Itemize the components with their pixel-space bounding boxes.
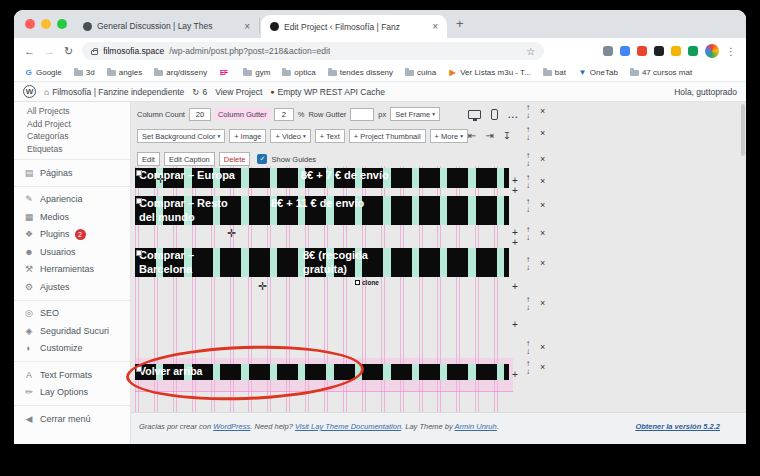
extension-icon[interactable] (688, 46, 698, 56)
edit-caption-button[interactable]: Edit Caption (164, 152, 215, 166)
bookmark-item[interactable]: optica (282, 68, 315, 77)
delete-row-button[interactable]: × (540, 201, 545, 210)
row-select-checkbox[interactable] (136, 198, 142, 204)
author-link[interactable]: Armin Unruh (455, 422, 497, 431)
column-gutter-input[interactable] (274, 108, 294, 121)
bookmark-item[interactable]: bat (543, 68, 566, 77)
add-row-button[interactable]: + (512, 238, 518, 248)
profile-avatar[interactable] (705, 44, 719, 58)
sidebar-item[interactable] (14, 361, 130, 362)
bookmark-item[interactable]: arq/disseny (154, 68, 207, 77)
sidebar-item[interactable] (14, 300, 130, 301)
browser-tab-inactive[interactable]: General Discussion | Lay Thes × (74, 18, 260, 34)
column-count-input[interactable] (189, 108, 211, 121)
row-select-checkbox[interactable] (136, 170, 142, 176)
back-button[interactable]: ← (24, 46, 35, 57)
add-row-button[interactable]: + (512, 370, 518, 380)
add-row-button[interactable]: + (512, 282, 518, 292)
move-row-down-button[interactable]: ↓ (526, 112, 530, 120)
show-guides-checkbox[interactable]: ✓ (257, 154, 267, 164)
bookmark-item[interactable]: tendes disseny (328, 68, 393, 77)
bookmark-item[interactable]: EF (219, 69, 231, 77)
add-video-button[interactable]: + Video▾ (270, 129, 310, 143)
bookmark-item[interactable]: 47 cursos mat (630, 68, 692, 77)
bookmark-star-icon[interactable]: ☆ (526, 46, 535, 57)
extension-icon[interactable] (637, 46, 647, 56)
text-block-buy-barcelona[interactable]: Comprar – Barcelona 8€ (recogida gratuit… (135, 248, 509, 277)
close-window-button[interactable] (25, 19, 35, 29)
tab-close-icon[interactable]: × (432, 21, 438, 32)
mobile-preview-icon[interactable] (491, 109, 498, 120)
delete-button[interactable]: Delete (219, 152, 251, 166)
sidebar-item[interactable]: AText Formats (14, 366, 130, 384)
sidebar-item[interactable]: ◐Customize (14, 340, 130, 358)
view-project-link[interactable]: View Project (215, 87, 262, 97)
bookmark-item[interactable]: cuina (405, 68, 436, 77)
sidebar-item[interactable] (14, 405, 130, 406)
empty-cache-button[interactable]: ●Empty WP REST API Cache (270, 87, 385, 97)
row-gutter-input[interactable] (350, 108, 374, 121)
minimize-window-button[interactable] (41, 19, 51, 29)
move-row-down-button[interactable]: ↓ (526, 304, 530, 312)
delete-row-button[interactable]: × (540, 107, 545, 116)
move-row-down-button[interactable]: ↓ (526, 368, 530, 376)
move-row-down-button[interactable]: ↓ (526, 182, 530, 190)
sidebar-item[interactable] (14, 159, 130, 160)
sidebar-item[interactable]: ◈Seguridad Sucuri (14, 322, 130, 340)
sidebar-item[interactable] (14, 186, 130, 187)
sidebar-item[interactable]: ⚙Ajustes (14, 278, 130, 296)
move-row-down-button[interactable]: ↓ (526, 264, 530, 272)
sidebar-item[interactable]: ☻Usuarios (14, 243, 130, 261)
add-project-thumbnail-button[interactable]: + Project Thumbnail (349, 129, 426, 143)
move-handle-icon[interactable]: ✛ (227, 227, 236, 240)
address-field[interactable]: filmosofia.space/wp-admin/post.php?post=… (82, 42, 544, 60)
set-frame-button[interactable]: Set Frame▾ (390, 107, 440, 121)
move-handle-icon[interactable]: ✛ (156, 173, 165, 186)
extension-icon[interactable] (654, 46, 664, 56)
move-row-down-button[interactable]: ↓ (526, 234, 530, 242)
text-block-buy-world[interactable]: Comprar – Resto del mundo 8€ + 11 € de e… (135, 196, 509, 225)
delete-row-button[interactable]: × (540, 229, 545, 238)
extension-icon[interactable] (603, 46, 613, 56)
add-row-button[interactable]: + (512, 320, 518, 330)
delete-row-button[interactable]: × (540, 129, 545, 138)
bookmark-item[interactable]: GGoogle (24, 68, 62, 77)
move-row-down-button[interactable]: ↓ (526, 348, 530, 356)
move-row-down-button[interactable]: ↓ (526, 134, 530, 142)
delete-row-button[interactable]: × (540, 155, 545, 164)
delete-row-button[interactable]: × (540, 299, 545, 308)
tab-close-icon[interactable]: × (244, 21, 250, 32)
reload-button[interactable]: ↻ (64, 46, 73, 57)
update-version-link[interactable]: Obtener la versión 5.2.2 (635, 422, 720, 431)
sidebar-item[interactable]: Etiquetas (14, 143, 130, 156)
set-background-color-button[interactable]: Set Background Color▾ (137, 129, 225, 143)
delete-row-button[interactable]: × (540, 177, 545, 186)
site-name-link[interactable]: ⌂Filmosofía | Fanzine independiente (44, 87, 184, 97)
updates-badge[interactable]: ↻6 (192, 87, 207, 97)
delete-row-button[interactable]: × (540, 259, 545, 268)
add-image-button[interactable]: + Image (229, 129, 266, 143)
pin-right-icon[interactable]: ⇥ (485, 130, 493, 141)
move-row-down-button[interactable]: ↓ (526, 160, 530, 168)
sidebar-item[interactable]: Add Project (14, 118, 130, 131)
bookmark-item[interactable]: gym (243, 68, 270, 77)
wordpress-logo[interactable]: W (23, 85, 36, 98)
add-more-button[interactable]: + More▾ (430, 129, 468, 143)
row-select-checkbox[interactable] (136, 250, 142, 256)
sidebar-item[interactable]: ✎Apariencia (14, 191, 130, 209)
move-handle-icon[interactable]: ✛ (258, 280, 267, 293)
bookmark-item[interactable]: angles (107, 68, 143, 77)
extension-icon[interactable] (620, 46, 630, 56)
pin-left-icon[interactable]: ⇤ (468, 130, 476, 141)
add-row-button[interactable]: + (512, 186, 518, 196)
desktop-preview-icon[interactable] (468, 110, 481, 119)
text-block-buy-europe[interactable]: Comprar – Europa 8€ + 7 € de envío (135, 168, 509, 188)
zoom-window-button[interactable] (57, 19, 67, 29)
sidebar-item[interactable]: ❖Plugins2 (14, 226, 130, 244)
extension-icon[interactable] (671, 46, 681, 56)
sidebar-item[interactable]: ⚒Herramientas (14, 261, 130, 279)
delete-row-button[interactable]: × (540, 363, 545, 372)
forward-button[interactable]: → (44, 46, 55, 57)
clone-button[interactable]: clone (355, 279, 379, 286)
scrollbar[interactable] (741, 104, 745, 156)
